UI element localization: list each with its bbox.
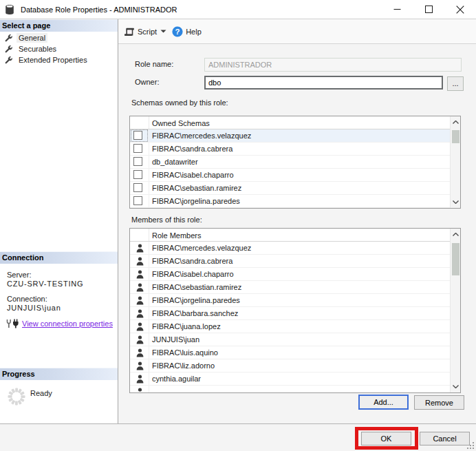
toolbar: Script ? Help xyxy=(118,19,476,44)
close-button[interactable] xyxy=(444,0,476,19)
schema-row[interactable]: FIBRAC\sebastian.ramirez xyxy=(130,182,450,195)
sidebar-page-item[interactable]: Securables xyxy=(0,43,118,54)
resize-grip[interactable] xyxy=(466,441,475,450)
server-value: CZU-SRV-TESTING xyxy=(7,280,118,289)
help-button[interactable]: ? Help xyxy=(169,23,204,41)
scroll-down-icon[interactable] xyxy=(451,196,461,208)
connection-header: Connection xyxy=(0,251,118,264)
titlebar: Database Role Properties - ADMINISTRADOR xyxy=(0,0,476,19)
user-icon xyxy=(136,375,144,384)
cancel-button[interactable]: Cancel xyxy=(420,432,470,445)
checkbox-focus-outline xyxy=(131,129,148,142)
view-connection-properties-link[interactable]: View connection properties xyxy=(22,319,113,328)
owned-schemas-column-header[interactable]: Owned Schemas xyxy=(152,119,210,127)
schema-checkbox[interactable] xyxy=(133,196,142,205)
member-row-partial[interactable] xyxy=(130,386,450,392)
main-panel: Script ? Help Role name: Owner: xyxy=(118,19,476,423)
role-name-input xyxy=(204,58,462,72)
member-row[interactable]: FIBRAC\luis.aquino xyxy=(130,346,450,359)
script-label: Script xyxy=(138,28,157,36)
members-label: Members of this role: xyxy=(131,216,202,224)
help-label: Help xyxy=(186,28,202,36)
maximize-button[interactable] xyxy=(413,0,444,19)
role-name-label: Role name: xyxy=(135,60,173,68)
scroll-up-icon[interactable] xyxy=(451,229,461,240)
script-icon xyxy=(124,26,135,37)
server-label: Server: xyxy=(7,271,118,280)
sidebar-page-item[interactable]: Extended Properties xyxy=(0,54,118,65)
user-icon xyxy=(136,257,144,266)
members-scroll-thumb[interactable] xyxy=(452,243,459,275)
user-icon xyxy=(136,309,144,318)
progress-spinner-icon xyxy=(7,387,26,406)
member-row[interactable]: FIBRAC\isabel.chaparro xyxy=(130,268,450,281)
database-icon xyxy=(5,4,14,17)
member-row[interactable]: FIBRAC\jorgelina.paredes xyxy=(130,294,450,307)
database-role-properties-dialog: Database Role Properties - ADMINISTRADOR… xyxy=(0,0,476,451)
schemas-scroll-thumb[interactable] xyxy=(452,130,459,143)
member-row[interactable]: FIBRAC\mercedes.velazquez xyxy=(130,242,450,255)
member-row[interactable]: FIBRAC\juana.lopez xyxy=(130,320,450,333)
schema-row[interactable]: FIBRAC\isabel.chaparro xyxy=(130,169,450,182)
user-icon xyxy=(136,335,144,344)
owner-browse-button[interactable]: ... xyxy=(447,76,464,91)
member-row[interactable]: FIBRAC\sebastian.ramirez xyxy=(130,281,450,294)
user-icon xyxy=(136,322,144,331)
schema-checkbox[interactable] xyxy=(133,157,142,166)
scroll-down-icon[interactable] xyxy=(451,381,461,392)
progress-header: Progress xyxy=(0,368,118,380)
user-icon xyxy=(136,348,144,357)
members-scrollbar[interactable] xyxy=(450,229,460,392)
scroll-up-icon[interactable] xyxy=(451,116,461,128)
sidebar: Select a page General xyxy=(0,19,118,423)
member-row[interactable]: FIBRAC\liz.adorno xyxy=(130,359,450,373)
select-a-page-header: Select a page xyxy=(0,19,118,32)
sidebar-page-item[interactable]: General xyxy=(0,32,118,43)
window-title: Database Role Properties - ADMINISTRADOR xyxy=(21,6,177,14)
footer: OK Cancel xyxy=(0,423,476,451)
role-members-rows: FIBRAC\mercedes.velazquez FIBRAC\sandra.… xyxy=(130,242,450,392)
owned-schemas-header-row: Owned Schemas xyxy=(130,116,460,129)
role-members-column-header[interactable]: Role Members xyxy=(152,231,202,240)
select-a-page-section: Select a page General xyxy=(0,19,118,65)
help-icon: ? xyxy=(172,26,183,37)
remove-button[interactable]: Remove xyxy=(414,395,464,410)
schemas-label: Schemas owned by this role: xyxy=(131,98,228,107)
svg-text:?: ? xyxy=(175,28,180,36)
owned-schemas-list: Owned Schemas FIBRAC\mercedes.velazquez xyxy=(129,116,461,209)
member-row[interactable]: FIBRAC\barbara.sanchez xyxy=(130,307,450,320)
ok-button[interactable]: OK xyxy=(361,432,411,445)
progress-status: Ready xyxy=(30,389,52,397)
schemas-scrollbar[interactable] xyxy=(450,116,460,208)
user-icon xyxy=(136,388,144,392)
owner-input[interactable] xyxy=(204,76,443,90)
add-button[interactable]: Add... xyxy=(358,395,409,410)
connection-properties-icon xyxy=(6,319,19,328)
wrench-icon xyxy=(4,56,13,65)
role-members-header-row: Role Members xyxy=(130,229,460,242)
schema-row[interactable]: FIBRAC\mercedes.velazquez xyxy=(130,129,450,143)
member-row[interactable]: FIBRAC\sandra.cabrera xyxy=(130,255,450,268)
page-list: General Securables xyxy=(0,32,118,65)
schema-checkbox[interactable] xyxy=(133,170,142,179)
schema-checkbox[interactable] xyxy=(133,144,142,153)
general-page-content: Role name: Owner: ... Schemas owned by t… xyxy=(118,44,476,423)
user-icon xyxy=(136,296,144,305)
owner-label: Owner: xyxy=(135,78,159,86)
member-row[interactable]: cynthia.aguilar xyxy=(130,373,450,386)
schema-checkbox[interactable] xyxy=(133,183,142,192)
schema-row[interactable]: FIBRAC\jorgelina.paredes xyxy=(130,195,450,208)
minimize-button[interactable] xyxy=(381,0,413,19)
user-icon xyxy=(136,361,144,370)
schema-row[interactable]: FIBRAC\sandra.cabrera xyxy=(130,143,450,156)
progress-section: Progress xyxy=(0,368,118,406)
script-dropdown-icon xyxy=(160,30,166,33)
user-icon xyxy=(136,283,144,292)
member-row[interactable]: JUNJUIS\juan xyxy=(130,333,450,346)
schema-row[interactable]: db_datawriter xyxy=(130,156,450,169)
connection-label: Connection: xyxy=(7,295,118,304)
connection-value: JUNJUIS\juan xyxy=(7,304,118,313)
user-icon xyxy=(136,270,144,279)
script-button[interactable]: Script xyxy=(121,23,169,41)
connection-section: Connection Server: CZU-SRV-TESTING Conne… xyxy=(0,251,118,328)
